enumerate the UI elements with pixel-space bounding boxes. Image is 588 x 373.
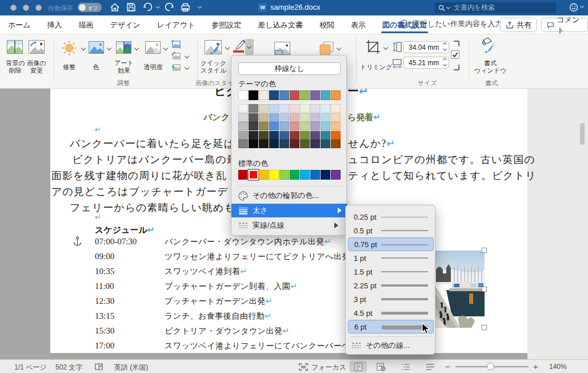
home-icon[interactable] bbox=[110, 2, 120, 13]
corrections-chevron[interactable] bbox=[81, 46, 86, 50]
theme-tint-2-7[interactable] bbox=[310, 122, 320, 130]
theme-tint-3-3[interactable] bbox=[269, 131, 279, 140]
theme-tint-0-6[interactable] bbox=[300, 104, 310, 113]
tab-挿入[interactable]: 挿入 bbox=[47, 15, 62, 34]
theme-tint-4-2[interactable] bbox=[259, 140, 269, 148]
theme-color-swatch-6[interactable] bbox=[300, 90, 310, 100]
theme-tint-0-8[interactable] bbox=[321, 104, 330, 113]
picture-handle-top-right[interactable] bbox=[482, 248, 487, 253]
shape-height-field[interactable]: 34.04 mm bbox=[403, 41, 449, 53]
more-lines-item[interactable]: その他の線... bbox=[351, 339, 430, 352]
theme-tint-0-9[interactable] bbox=[331, 104, 341, 113]
standard-color-swatch-4[interactable] bbox=[279, 170, 289, 180]
tab-レイアウト[interactable]: レイアウト bbox=[157, 15, 195, 34]
theme-tint-3-1[interactable] bbox=[249, 131, 258, 140]
weight-option-1.5pt[interactable]: 1.5 pt bbox=[348, 265, 434, 279]
picture-handle-right[interactable] bbox=[482, 287, 487, 292]
theme-color-swatch-8[interactable] bbox=[321, 90, 330, 100]
more-outline-colors-item[interactable]: その他の輪郭の色... bbox=[235, 189, 344, 202]
theme-tint-2-2[interactable] bbox=[259, 122, 269, 130]
theme-tint-3-9[interactable] bbox=[331, 131, 341, 140]
proofing-icon[interactable] bbox=[94, 363, 104, 371]
crop-chevron[interactable] bbox=[383, 45, 388, 50]
weight-option-1pt[interactable]: 1 pt bbox=[348, 251, 434, 265]
zoom-in-button[interactable]: + bbox=[533, 362, 538, 371]
theme-tint-0-4[interactable] bbox=[279, 104, 289, 113]
lock-aspect-checkbox[interactable] bbox=[451, 50, 459, 59]
zoom-out-button[interactable]: − bbox=[445, 362, 450, 371]
theme-tint-3-7[interactable] bbox=[310, 131, 320, 140]
theme-tint-4-3[interactable] bbox=[269, 140, 279, 148]
language-indicator[interactable]: 英語 (米国) bbox=[114, 363, 148, 372]
theme-tint-1-3[interactable] bbox=[269, 113, 279, 122]
undo-dropdown-chevron[interactable] bbox=[156, 5, 160, 9]
selected-picture[interactable] bbox=[435, 251, 485, 328]
theme-color-swatch-4[interactable] bbox=[279, 90, 289, 100]
transparency-chevron[interactable] bbox=[163, 46, 168, 50]
web-layout-view-button[interactable] bbox=[373, 361, 390, 372]
standard-color-swatch-2[interactable] bbox=[259, 170, 269, 180]
theme-tint-0-7[interactable] bbox=[310, 104, 320, 113]
weight-option-2.25pt[interactable]: 2.25 pt bbox=[348, 279, 434, 292]
theme-color-swatch-1[interactable] bbox=[249, 90, 258, 100]
standard-color-swatch-1[interactable] bbox=[249, 170, 258, 180]
tab-参照設定[interactable]: 参照設定 bbox=[211, 15, 241, 34]
zoom-window-button[interactable] bbox=[35, 5, 42, 11]
theme-tint-1-2[interactable] bbox=[259, 113, 269, 122]
theme-tint-0-1[interactable] bbox=[249, 104, 258, 113]
print-icon[interactable] bbox=[180, 2, 191, 13]
vertical-scrollbar-thumb[interactable] bbox=[580, 123, 585, 145]
theme-tint-1-1[interactable] bbox=[249, 113, 258, 122]
feedback-chevron[interactable] bbox=[580, 4, 584, 8]
theme-tint-1-7[interactable] bbox=[310, 113, 320, 122]
theme-tint-1-5[interactable] bbox=[290, 113, 299, 122]
theme-color-swatch-2[interactable] bbox=[259, 90, 269, 100]
weight-option-0.75pt[interactable]: 0.75 pt bbox=[348, 237, 434, 251]
theme-tint-2-6[interactable] bbox=[300, 122, 310, 130]
theme-tint-2-8[interactable] bbox=[321, 122, 330, 130]
undo-icon[interactable] bbox=[143, 2, 154, 13]
theme-tint-2-5[interactable] bbox=[290, 122, 299, 130]
theme-tint-2-1[interactable] bbox=[249, 122, 258, 130]
standard-color-swatch-3[interactable] bbox=[269, 170, 279, 180]
theme-tint-2-9[interactable] bbox=[331, 122, 341, 130]
theme-tint-2-4[interactable] bbox=[279, 122, 289, 130]
artistic-effects-chevron[interactable] bbox=[134, 46, 139, 50]
theme-tint-4-1[interactable] bbox=[249, 140, 258, 148]
theme-tint-4-5[interactable] bbox=[290, 140, 299, 148]
standard-color-swatch-6[interactable] bbox=[300, 170, 310, 180]
tab-デザイン[interactable]: デザイン bbox=[110, 15, 141, 34]
color-chevron[interactable] bbox=[107, 46, 111, 50]
search-input[interactable]: 文書内を検索 bbox=[435, 2, 556, 13]
shape-height-stepper[interactable] bbox=[443, 43, 446, 50]
weight-item[interactable]: 太さ bbox=[231, 204, 347, 217]
theme-color-swatch-0[interactable] bbox=[238, 90, 248, 100]
quick-styles-chevron[interactable] bbox=[225, 45, 230, 50]
tab-差し込み文書[interactable]: 差し込み文書 bbox=[258, 15, 303, 34]
theme-tint-3-8[interactable] bbox=[321, 131, 330, 140]
comments-button[interactable]: コメント bbox=[541, 18, 588, 32]
theme-tint-2-0[interactable] bbox=[238, 122, 248, 130]
tab-表示[interactable]: 表示 bbox=[351, 15, 366, 34]
theme-tint-4-8[interactable] bbox=[321, 140, 330, 148]
theme-color-swatch-5[interactable] bbox=[290, 90, 299, 100]
theme-tint-3-0[interactable] bbox=[238, 131, 248, 140]
tab-描画[interactable]: 描画 bbox=[79, 15, 94, 34]
focus-mode-icon[interactable] bbox=[299, 363, 308, 371]
save-icon[interactable] bbox=[126, 2, 136, 12]
theme-color-swatch-9[interactable] bbox=[331, 90, 341, 100]
picture-layout-chevron[interactable] bbox=[337, 46, 341, 50]
theme-tint-1-0[interactable] bbox=[238, 113, 248, 122]
weight-option-3pt[interactable]: 3 pt bbox=[348, 292, 434, 306]
tab-ホーム[interactable]: ホーム bbox=[8, 15, 31, 34]
reset-picture-chevron[interactable] bbox=[185, 65, 189, 70]
weight-option-6pt[interactable]: 6 pt bbox=[348, 320, 434, 334]
search-scope-chevron[interactable] bbox=[446, 5, 450, 9]
autosave-toggle[interactable]: オフ bbox=[78, 3, 102, 12]
tab-校閲[interactable]: 校閲 bbox=[319, 15, 334, 34]
theme-color-swatch-3[interactable] bbox=[269, 90, 279, 100]
dashes-item[interactable]: 実線/点線 bbox=[235, 219, 344, 232]
theme-color-swatch-7[interactable] bbox=[310, 90, 320, 100]
feedback-smiley-icon[interactable] bbox=[569, 3, 578, 14]
theme-tint-3-4[interactable] bbox=[279, 131, 289, 140]
